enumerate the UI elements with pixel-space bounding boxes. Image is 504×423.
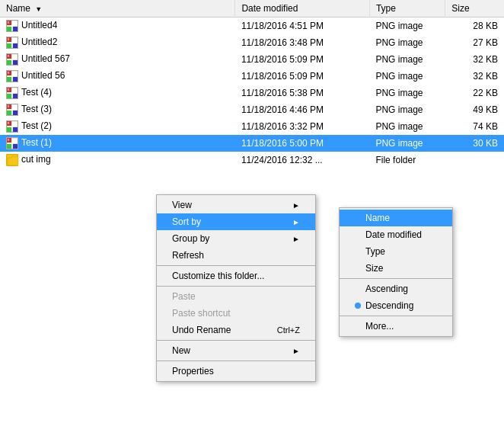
sortby-name-text: Name <box>365 213 390 223</box>
sortby-date[interactable]: Date modified <box>340 226 452 243</box>
sortby-name-label-wrap: Name <box>355 213 390 223</box>
menu-item-groupby-label: Group by <box>172 233 209 244</box>
file-date-cell: 11/18/2016 4:46 PM <box>235 101 370 118</box>
table-row[interactable]: R Untitled211/18/2016 3:48 PMPNG image27… <box>0 34 504 51</box>
context-menu: View ► Sort by ► Group by ► Refresh Cust… <box>156 194 316 382</box>
radio-empty-size <box>355 265 361 271</box>
menu-item-view[interactable]: View ► <box>157 197 315 213</box>
sortby-more-label-wrap: More... <box>355 321 394 332</box>
file-size-cell: 32 KB <box>445 51 504 68</box>
menu-item-groupby[interactable]: Group by ► <box>157 230 315 247</box>
sortby-type[interactable]: Type <box>340 243 452 260</box>
sortby-more[interactable]: More... <box>340 318 452 335</box>
sortby-size-label-wrap: Size <box>355 263 383 274</box>
submenu-arrow-new: ► <box>292 347 300 355</box>
file-name-text: Untitled 56 <box>21 70 65 81</box>
table-row[interactable]: cut img11/24/2016 12:32 ...File folder <box>0 152 504 168</box>
radio-empty-type <box>355 248 361 255</box>
col-header-name-label: Name <box>6 3 30 14</box>
table-row[interactable]: R Untitled 5611/18/2016 5:09 PMPNG image… <box>0 68 504 85</box>
col-header-type[interactable]: Type <box>369 0 445 18</box>
radio-empty-asc <box>355 286 361 292</box>
svg-text:R: R <box>8 88 9 91</box>
file-type-cell: PNG image <box>369 135 445 152</box>
file-date-cell: 11/24/2016 12:32 ... <box>235 152 370 168</box>
file-list-table: Name ▼ Date modified Type Size <box>0 0 504 168</box>
table-row[interactable]: R Test (4)11/18/2016 5:38 PMPNG image22 … <box>0 85 504 101</box>
sortby-sep-2 <box>340 316 452 316</box>
file-type-cell: PNG image <box>369 101 445 118</box>
sortby-type-text: Type <box>365 246 385 257</box>
menu-item-paste-shortcut-label: Paste shortcut <box>172 308 231 319</box>
svg-rect-28 <box>13 110 18 114</box>
file-name-cell: cut img <box>0 152 235 168</box>
sortby-descending-text: Descending <box>365 300 413 311</box>
file-size-cell <box>445 152 504 168</box>
png-file-icon: R <box>6 37 18 49</box>
col-header-date[interactable]: Date modified <box>235 0 370 18</box>
png-file-icon: R <box>6 53 18 66</box>
col-header-size[interactable]: Size <box>445 0 504 18</box>
file-name-text: Test (3) <box>21 104 52 114</box>
svg-rect-12 <box>7 59 11 64</box>
menu-item-new[interactable]: New ► <box>157 342 315 359</box>
menu-item-paste[interactable]: Paste <box>157 288 315 305</box>
table-row[interactable]: R Test (3)11/18/2016 4:46 PMPNG image49 … <box>0 101 504 118</box>
sortby-sep-1 <box>340 278 452 279</box>
menu-item-customize[interactable]: Customize this folder... <box>157 268 315 284</box>
sortby-descending-label-wrap: Descending <box>355 300 413 311</box>
menu-item-undo-rename[interactable]: Undo Rename Ctrl+Z <box>157 322 315 338</box>
file-type-cell: PNG image <box>369 51 445 68</box>
sortby-date-text: Date modified <box>365 229 422 240</box>
png-file-icon: R <box>6 137 18 149</box>
menu-item-refresh-label: Refresh <box>172 250 204 261</box>
radio-dot-desc <box>355 303 361 309</box>
menu-item-sortby-label: Sort by <box>172 216 201 227</box>
radio-dot-name <box>355 215 361 221</box>
menu-item-sortby[interactable]: Sort by ► <box>157 213 315 230</box>
file-name-cell: R Untitled 56 <box>0 68 235 85</box>
table-row[interactable]: R Test (2)11/18/2016 3:32 PMPNG image74 … <box>0 118 504 135</box>
svg-text:R: R <box>8 122 9 125</box>
png-file-icon: R <box>6 20 18 32</box>
sortby-size[interactable]: Size <box>340 260 452 277</box>
sortby-name[interactable]: Name <box>340 210 452 226</box>
sortby-ascending-text: Ascending <box>365 284 408 294</box>
file-name-text: Untitled 567 <box>21 53 70 64</box>
file-type-cell: File folder <box>369 152 445 168</box>
separator-1 <box>157 265 315 266</box>
png-file-icon: R <box>6 104 18 116</box>
png-file-icon: R <box>6 87 18 99</box>
table-row[interactable]: R Untitled 56711/18/2016 5:09 PMPNG imag… <box>0 51 504 68</box>
table-row[interactable]: R Test (1)11/18/2016 5:00 PMPNG image30 … <box>0 135 504 152</box>
sortby-ascending[interactable]: Ascending <box>340 280 452 297</box>
menu-item-properties-label: Properties <box>172 366 214 377</box>
table-header-row: Name ▼ Date modified Type Size <box>0 0 504 18</box>
file-date-cell: 11/18/2016 3:48 PM <box>235 34 370 51</box>
svg-rect-23 <box>13 93 18 98</box>
sortby-descending[interactable]: Descending <box>340 297 452 314</box>
file-name-cell: R Test (1) <box>0 135 235 152</box>
svg-rect-32 <box>7 127 11 131</box>
svg-text:R: R <box>8 139 9 142</box>
svg-text:R: R <box>8 105 9 108</box>
sortby-more-text: More... <box>365 321 394 332</box>
menu-item-refresh[interactable]: Refresh <box>157 247 315 264</box>
svg-rect-38 <box>13 143 18 148</box>
file-explorer: Name ▼ Date modified Type Size <box>0 0 504 423</box>
file-name-text: cut img <box>21 154 51 165</box>
file-name-cell: R Untitled2 <box>0 34 235 51</box>
submenu-arrow-view: ► <box>292 201 300 210</box>
svg-text:R: R <box>8 38 9 41</box>
file-date-cell: 11/18/2016 5:00 PM <box>235 135 370 152</box>
file-type-cell: PNG image <box>369 34 445 51</box>
table-row[interactable]: R Untitled411/18/2016 4:51 PMPNG image28… <box>0 18 504 34</box>
separator-4 <box>157 361 315 361</box>
col-header-name[interactable]: Name ▼ <box>0 0 235 18</box>
menu-item-properties[interactable]: Properties <box>157 363 315 380</box>
svg-rect-13 <box>13 59 18 64</box>
sortby-type-label-wrap: Type <box>355 246 385 257</box>
file-size-cell: 74 KB <box>445 118 504 135</box>
menu-item-undo-rename-label: Undo Rename <box>172 325 231 335</box>
menu-item-paste-shortcut[interactable]: Paste shortcut <box>157 305 315 322</box>
